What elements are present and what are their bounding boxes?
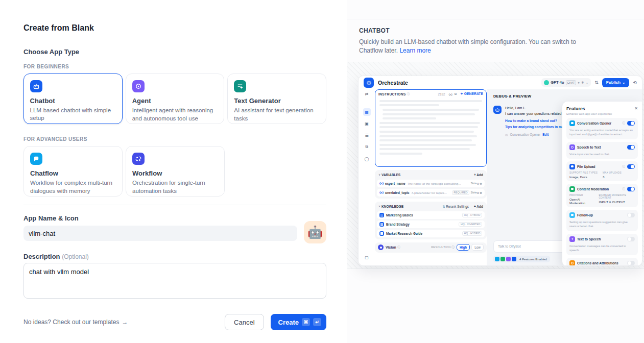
publish-button: Publish ⌄: [602, 78, 630, 87]
knowledge-row: Market Research Guide HQ · HYBRID: [377, 230, 485, 237]
preview-app-icon: [364, 78, 374, 88]
templates-link[interactable]: No ideas? Check out our templates →: [23, 318, 128, 326]
chevron-down-icon: ∨: [378, 205, 380, 208]
knowledge-row: Brand Strategy HQ · INVERTED: [377, 220, 485, 228]
card-title: Agent: [132, 97, 218, 105]
advanced-cards-row: Chatflow Workflow for complex multi-turn…: [23, 146, 326, 197]
info-icon: ⓘ: [397, 245, 400, 250]
card-desc: AI assistant for text generation tasks: [234, 107, 320, 122]
sliders-icon: ⇅: [594, 80, 599, 85]
card-title: Text Generator: [234, 97, 320, 105]
optional-toggle-icon: ⊗: [479, 191, 482, 194]
opener-feature-icon: [495, 257, 499, 261]
toggle-off: [627, 261, 635, 265]
card-title: Workflow: [132, 169, 218, 177]
resolution-high-chip: High: [457, 244, 470, 251]
close-icon: ✕: [634, 106, 638, 111]
feature-file-upload: File Upload ⓘ SUPPORT FILE TYPES Image, …: [566, 161, 638, 181]
info-icon: ⓘ: [407, 92, 410, 96]
chatflow-icon: [30, 153, 42, 165]
app-type-card-agent[interactable]: Agent Intelligent agent with reasoning a…: [126, 74, 225, 124]
arrow-right-icon: →: [122, 318, 128, 326]
notes-nav-icon: ⧉: [363, 143, 371, 151]
add-knowledge-button: + Add: [474, 205, 483, 208]
app-type-card-chatbot[interactable]: Chatbot LLM-based chatbot with simple se…: [23, 74, 123, 124]
follow-up-icon: [569, 212, 575, 218]
bot-avatar-icon: [493, 106, 502, 114]
features-title: Features: [566, 106, 634, 111]
card-desc: Orchestration for single-turn automation…: [132, 179, 218, 195]
char-count: 2182: [438, 92, 445, 96]
text-to-speech-icon: T: [569, 236, 575, 242]
chevron-down-icon: ⌄: [622, 80, 626, 85]
instructions-panel: INSTRUCTIONS ⓘ 2182 {x} ⧉ ✦ GENERATE: [375, 89, 487, 167]
toggle-on: [627, 187, 635, 191]
app-type-card-workflow[interactable]: Workflow Orchestration for single-turn a…: [126, 146, 225, 197]
app-name-input[interactable]: [23, 226, 297, 241]
document-icon: [379, 231, 384, 236]
app-type-card-chatflow[interactable]: Chatflow Workflow for complex multi-turn…: [23, 146, 123, 197]
section-divider: [23, 205, 326, 205]
file-upload-icon: [569, 164, 575, 169]
vision-row: Vision ⓘ RESOLUTION ⓘ High Low: [375, 242, 487, 253]
create-app-modal: Create from Blank Choose App Type FOR BE…: [0, 0, 346, 343]
card-title: Chatbot: [30, 97, 116, 105]
frame-icon: ▢: [363, 254, 371, 261]
model-provider-icon: [544, 80, 549, 85]
app-name-label: App Name & Icon: [23, 214, 326, 222]
feature-speech-to-text: Speech to Text Voice input can be used i…: [566, 142, 638, 159]
variables-header: ∨ VARIABLES + Add: [377, 172, 485, 178]
modal-footer: No ideas? Check out our templates → Canc…: [23, 314, 326, 330]
variable-row: {x} expert_name The name of the strategi…: [377, 180, 485, 187]
footer-buttons: Cancel Create ⌘ ↵: [225, 314, 326, 330]
right-top-strip: [347, 0, 644, 19]
chevron-down-icon: ∨: [378, 173, 380, 176]
upload-feature-icon: [512, 257, 516, 261]
speech-to-text-icon: [569, 144, 575, 150]
image-nav-icon: ▣: [363, 120, 371, 128]
modal-title: Create from Blank: [23, 23, 326, 33]
cmd-key-icon: ⌘: [302, 318, 310, 326]
variable-icon: {x}: [379, 191, 384, 194]
preview-main-column: INSTRUCTIONS ⓘ 2182 {x} ⧉ ✦ GENERATE: [375, 89, 487, 266]
info-icon: ⓘ: [622, 164, 625, 169]
agent-icon: [132, 80, 145, 92]
optional-toggle-icon: ⊗: [479, 182, 482, 185]
card-desc: Workflow for complex multi-turn dialogue…: [30, 179, 116, 195]
add-variable-button: + Add: [474, 173, 483, 177]
description-label: Description: [23, 253, 60, 260]
variable-row: {x} unrelated_topic A placeholder for to…: [377, 189, 485, 197]
content-moderation-icon: [569, 186, 575, 192]
description-label-row: Description (Optional): [23, 253, 326, 260]
cancel-button[interactable]: Cancel: [225, 314, 264, 330]
app-type-card-text-generator[interactable]: Text Generator AI assistant for text gen…: [227, 74, 326, 124]
robot-emoji-icon: 🤖: [307, 225, 323, 239]
settings-icon: ✱: [581, 81, 584, 85]
variables-section: ∨ VARIABLES + Add {x} expert_name The na…: [375, 170, 487, 199]
greeting-line1: Hello, I am L.: [505, 106, 570, 111]
suggested-question: Tips for analyzing competitors in market: [505, 125, 570, 129]
card-desc: Intelligent agent with reasoning and aut…: [132, 107, 218, 122]
choose-app-type-heading: Choose App Type: [23, 48, 326, 56]
toggle-on: [627, 164, 635, 169]
variable-icon: {x}: [448, 92, 452, 96]
preview-background: Orchestrate GPT-4o CHAT ● ✱ ⌄ ⇅ Publish …: [347, 62, 644, 269]
learn-more-link[interactable]: Learn more: [399, 47, 431, 54]
swap-icon: ⇄: [363, 90, 371, 98]
features-subtitle: Enhance web-app user experience: [566, 112, 638, 115]
conversation-opener-icon: [569, 120, 575, 126]
mic-icon: ●: [578, 81, 580, 84]
history-icon: ⟲: [633, 80, 637, 85]
app-icon-picker[interactable]: 🤖: [304, 221, 326, 243]
description-input[interactable]: chat with vllm model: [23, 263, 326, 299]
knowledge-row: Marketing Basics HQ · HYBRID: [377, 211, 485, 219]
opener-label: Conversation Opener: [510, 133, 541, 136]
app-type-info-panel: CHATBOT Quickly build an LLM-based chatb…: [347, 0, 644, 343]
speech-feature-icon: [506, 257, 511, 261]
create-button[interactable]: Create ⌘ ↵: [271, 314, 326, 330]
info-icon: ⓘ: [622, 187, 625, 191]
description-optional-label: (Optional): [62, 253, 89, 260]
generate-button: ✦ GENERATE: [460, 92, 483, 96]
rerank-settings-button: ⇅ Rerank Settings: [442, 205, 469, 208]
chatbot-icon: [30, 80, 42, 92]
